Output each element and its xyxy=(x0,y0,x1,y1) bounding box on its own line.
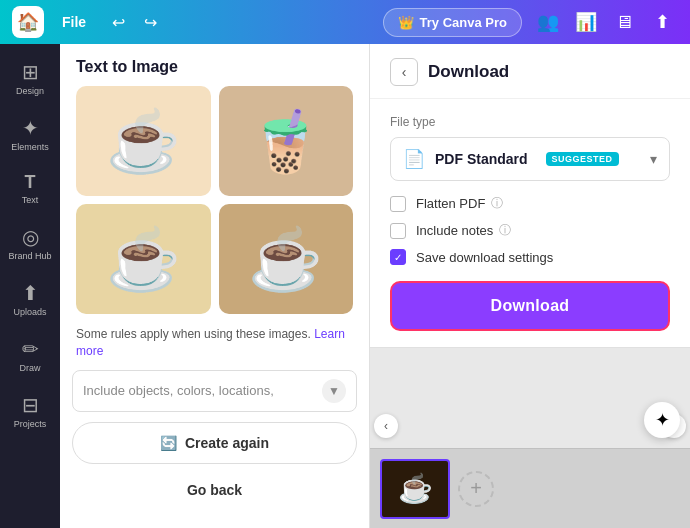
add-page-button[interactable]: + xyxy=(458,471,494,507)
create-again-label: Create again xyxy=(185,435,269,451)
chevron-down-icon: ▾ xyxy=(650,151,657,167)
panel-title: Text to Image xyxy=(60,44,369,86)
sidebar-item-label: Projects xyxy=(14,419,47,429)
coffee-image-2: 🧋 xyxy=(248,106,323,177)
main-layout: ⊞ Design ✦ Elements T Text ◎ Brand Hub ⬆… xyxy=(0,44,690,528)
uploads-icon: ⬆ xyxy=(22,281,39,305)
sidebar: ⊞ Design ✦ Elements T Text ◎ Brand Hub ⬆… xyxy=(0,44,60,528)
prompt-area[interactable]: Include objects, colors, locations, ▼ xyxy=(72,370,357,412)
home-icon: 🏠 xyxy=(17,11,39,33)
pdf-icon: 📄 xyxy=(403,148,425,170)
sidebar-item-design[interactable]: ⊞ Design xyxy=(4,52,56,104)
projects-icon: ⊟ xyxy=(22,393,39,417)
coffee-image-3: ☕ xyxy=(106,224,181,295)
sidebar-item-projects[interactable]: ⊟ Projects xyxy=(4,385,56,437)
sidebar-item-label: Elements xyxy=(11,142,49,152)
header-right-icons: 👥 📊 🖥 ⬆ xyxy=(532,6,678,38)
draw-icon: ✏ xyxy=(22,337,39,361)
file-type-select[interactable]: 📄 PDF Standard SUGGESTED ▾ xyxy=(390,137,670,181)
sidebar-item-uploads[interactable]: ⬆ Uploads xyxy=(4,273,56,325)
sidebar-item-elements[interactable]: ✦ Elements xyxy=(4,108,56,160)
sidebar-item-label: Brand Hub xyxy=(8,251,51,261)
scroll-left-button[interactable]: ‹ xyxy=(374,414,398,438)
right-area: ‹ Download File type 📄 PDF Standard SUGG… xyxy=(370,44,690,528)
save-settings-checkbox[interactable] xyxy=(390,249,406,265)
download-panel: ‹ Download File type 📄 PDF Standard SUGG… xyxy=(370,44,690,348)
flatten-info-icon: ⓘ xyxy=(491,195,503,212)
include-notes-checkbox[interactable] xyxy=(390,223,406,239)
download-panel-body: File type 📄 PDF Standard SUGGESTED ▾ Fla… xyxy=(370,99,690,347)
crown-icon: 👑 xyxy=(398,15,414,30)
magic-button[interactable]: ✦ xyxy=(644,402,680,438)
people-icon-button[interactable]: 👥 xyxy=(532,6,564,38)
prompt-text: Include objects, colors, locations, xyxy=(83,383,322,398)
download-panel-title: Download xyxy=(428,62,509,82)
image-cell-3: ☕ xyxy=(76,204,211,314)
image-grid: ☕ 🧋 ☕ ☕ xyxy=(60,86,369,326)
download-panel-header: ‹ Download xyxy=(370,44,690,99)
redo-button[interactable]: ↪ xyxy=(136,8,164,36)
text-icon: T xyxy=(25,172,36,193)
thumbnail-item-1[interactable]: ☕ xyxy=(380,459,450,519)
file-type-select-left: 📄 PDF Standard SUGGESTED xyxy=(403,148,619,170)
sidebar-item-brandhub[interactable]: ◎ Brand Hub xyxy=(4,217,56,269)
save-settings-option: Save download settings xyxy=(390,249,670,265)
sidebar-item-label: Text xyxy=(22,195,39,205)
home-button[interactable]: 🏠 xyxy=(12,6,44,38)
suggested-badge: SUGGESTED xyxy=(546,152,619,166)
prompt-arrow-icon: ▼ xyxy=(322,379,346,403)
file-type-label: File type xyxy=(390,115,670,129)
brandhub-icon: ◎ xyxy=(22,225,39,249)
create-again-button[interactable]: 🔄 Create again xyxy=(72,422,357,464)
sidebar-item-text[interactable]: T Text xyxy=(4,164,56,213)
rules-text: Some rules apply when using these images… xyxy=(60,326,369,370)
left-panel: Text to Image ☕ 🧋 ☕ ☕ Some rules apply w… xyxy=(60,44,370,528)
undo-button[interactable]: ↩ xyxy=(104,8,132,36)
flatten-pdf-option: Flatten PDF ⓘ xyxy=(390,195,670,212)
back-icon: ‹ xyxy=(402,64,407,80)
download-button[interactable]: Download xyxy=(390,281,670,331)
save-settings-label: Save download settings xyxy=(416,250,553,265)
flatten-pdf-checkbox[interactable] xyxy=(390,196,406,212)
file-type-value: PDF Standard xyxy=(435,151,528,167)
sidebar-item-draw[interactable]: ✏ Draw xyxy=(4,329,56,381)
try-pro-button[interactable]: 👑 Try Canva Pro xyxy=(383,8,522,37)
magic-icon: ✦ xyxy=(655,409,670,431)
coffee-image-4: ☕ xyxy=(248,224,323,295)
image-cell-4: ☕ xyxy=(219,204,354,314)
thumbnail-image: ☕ xyxy=(398,472,433,505)
try-pro-label: Try Canva Pro xyxy=(420,15,507,30)
go-back-button[interactable]: Go back xyxy=(72,472,357,508)
notes-info-icon: ⓘ xyxy=(499,222,511,239)
image-cell-2: 🧋 xyxy=(219,86,354,196)
back-button[interactable]: ‹ xyxy=(390,58,418,86)
flatten-pdf-label: Flatten PDF ⓘ xyxy=(416,195,503,212)
share-icon-button[interactable]: ⬆ xyxy=(646,6,678,38)
screen-icon-button[interactable]: 🖥 xyxy=(608,6,640,38)
include-notes-label: Include notes ⓘ xyxy=(416,222,511,239)
sidebar-item-label: Draw xyxy=(19,363,40,373)
thumbnail-strip: ☕ + xyxy=(370,448,690,528)
elements-icon: ✦ xyxy=(22,116,39,140)
chart-icon-button[interactable]: 📊 xyxy=(570,6,602,38)
file-menu-button[interactable]: File xyxy=(54,10,94,34)
undo-redo-group: ↩ ↪ xyxy=(104,8,164,36)
sidebar-item-label: Design xyxy=(16,86,44,96)
create-again-icon: 🔄 xyxy=(160,435,177,451)
include-notes-option: Include notes ⓘ xyxy=(390,222,670,239)
sidebar-item-label: Uploads xyxy=(13,307,46,317)
design-icon: ⊞ xyxy=(22,60,39,84)
coffee-image-1: ☕ xyxy=(106,106,181,177)
header: 🏠 File ↩ ↪ 👑 Try Canva Pro 👥 📊 🖥 ⬆ xyxy=(0,0,690,44)
image-cell-1: ☕ xyxy=(76,86,211,196)
